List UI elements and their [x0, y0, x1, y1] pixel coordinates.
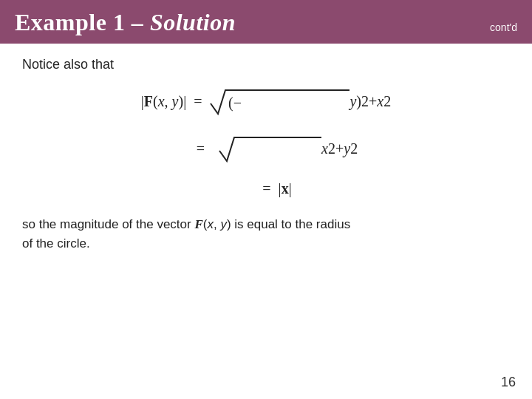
notice-text: Notice also that — [22, 57, 510, 72]
title-example: Example 1 — [15, 9, 132, 35]
contd-label: cont'd — [490, 21, 517, 33]
math-line-2: = x2 + y2 — [174, 133, 358, 164]
title-solution: Solution — [150, 9, 236, 35]
conclusion-text: so the magnitude of the vector F(x, y) i… — [22, 215, 510, 254]
radical-2: x2 + y2 — [218, 133, 358, 164]
conclusion-part-2: (x, y) is equal to the radius — [203, 217, 350, 231]
sqrt-svg-2 — [218, 133, 321, 164]
conclusion-part-3: of the circle. — [22, 236, 90, 250]
title-dash: – — [132, 9, 150, 35]
svg-text:(−: (− — [228, 95, 242, 112]
lhs-3: = |x| — [240, 180, 291, 197]
lhs-1: |F(x, y)| = — [141, 93, 202, 110]
math-line-1: |F(x, y)| = (−y)2 + x2 — [141, 86, 391, 117]
lhs-2: = — [174, 140, 205, 157]
slide-title: Example 1 – Solution — [15, 9, 236, 36]
radical-1: (−y)2 + x2 — [209, 86, 391, 117]
conclusion-part-1: so the magnitude of the vector — [22, 217, 194, 231]
math-line-3: = |x| — [240, 180, 291, 197]
slide-header: Example 1 – Solution cont'd — [0, 0, 532, 44]
slide-content: Notice also that |F(x, y)| = (−y)2 + x2 — [0, 44, 532, 262]
sqrt-svg-1: (− — [209, 86, 349, 117]
conclusion-bold-F: F — [194, 217, 202, 231]
math-equations: |F(x, y)| = (−y)2 + x2 = — [22, 86, 510, 197]
page-number: 16 — [501, 375, 516, 390]
